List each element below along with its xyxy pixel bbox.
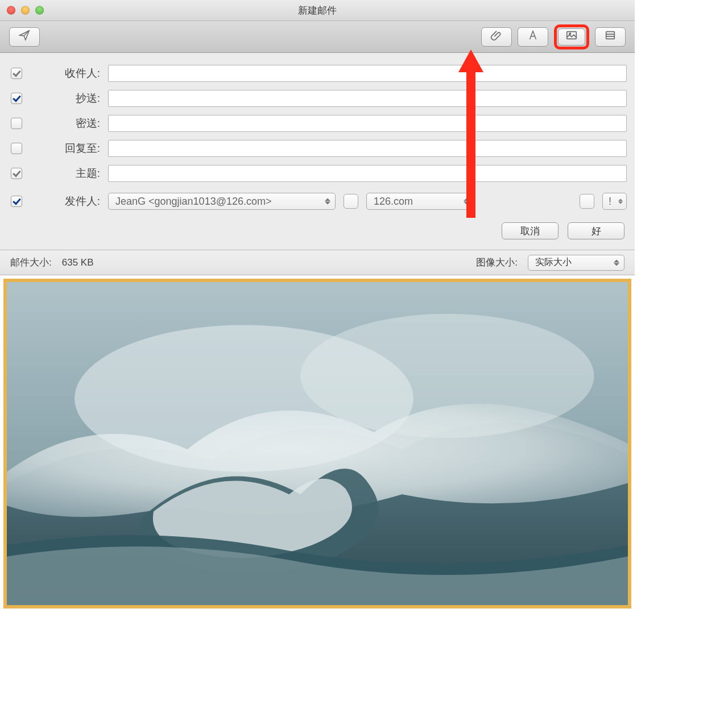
ok-button[interactable]: 好 — [568, 222, 624, 239]
toolbar — [0, 21, 635, 53]
signature-checkbox[interactable] — [344, 194, 358, 209]
priority-select[interactable]: ! — [602, 193, 627, 210]
minimize-window-button[interactable] — [21, 6, 30, 15]
svg-point-6 — [300, 314, 594, 438]
cc-label: 抄送: — [33, 91, 100, 106]
attach-button[interactable] — [481, 27, 512, 47]
close-window-button[interactable] — [7, 6, 15, 15]
priority-value: ! — [609, 196, 611, 208]
stationery-icon — [604, 29, 617, 44]
message-body[interactable] — [0, 275, 635, 612]
reply-to-row: 回复至: — [8, 136, 627, 161]
image-icon — [565, 29, 578, 44]
from-account-select[interactable]: JeanG <gongjian1013@126.com> — [108, 193, 336, 210]
fonts-button[interactable] — [518, 27, 548, 47]
cc-visible-checkbox[interactable] — [11, 93, 22, 104]
zoom-window-button[interactable] — [35, 6, 44, 15]
window-title: 新建邮件 — [298, 4, 337, 17]
bcc-row: 密送: — [8, 111, 627, 136]
to-input[interactable] — [108, 65, 627, 82]
size-bar: 邮件大小: 635 KB 图像大小: 实际大小 — [0, 250, 635, 275]
mail-size-label: 邮件大小: — [10, 256, 52, 269]
smtp-server-value: 126.com — [374, 196, 413, 208]
cc-row: 抄送: — [8, 86, 627, 111]
priority-checkbox[interactable] — [580, 194, 594, 209]
to-label: 收件人: — [33, 66, 100, 81]
header-fields-panel: 收件人: 抄送: 密送: 回复至: 主题: 发件人: Jea — [0, 53, 635, 250]
stationery-button[interactable] — [595, 27, 626, 47]
subject-row: 主题: — [8, 161, 627, 186]
dialog-buttons: 取消 好 — [8, 222, 627, 239]
from-visible-checkbox[interactable] — [11, 196, 22, 207]
image-size-label: 图像大小: — [476, 256, 518, 269]
cc-input[interactable] — [108, 90, 627, 107]
bcc-label: 密送: — [33, 116, 100, 131]
titlebar: 新建邮件 — [0, 0, 635, 21]
svg-rect-0 — [567, 32, 577, 39]
cancel-button[interactable]: 取消 — [502, 222, 559, 239]
mail-size-value: 635 KB — [62, 257, 94, 268]
svg-rect-2 — [606, 32, 615, 39]
paperclip-icon — [490, 29, 503, 44]
reply-to-input[interactable] — [108, 140, 627, 157]
paper-plane-icon — [18, 29, 31, 44]
reply-to-label: 回复至: — [33, 141, 100, 156]
from-account-value: JeanG <gongjian1013@126.com> — [115, 196, 271, 208]
annotation-highlight — [554, 24, 589, 49]
subject-input[interactable] — [108, 165, 627, 182]
image-size-select[interactable]: 实际大小 — [528, 255, 624, 271]
to-visible-checkbox[interactable] — [11, 68, 22, 79]
compose-window: 新建邮件 — [0, 0, 635, 612]
to-row: 收件人: — [8, 61, 627, 86]
image-size-value: 实际大小 — [535, 256, 572, 268]
svg-point-1 — [569, 33, 571, 35]
from-row: 发件人: JeanG <gongjian1013@126.com> 126.co… — [8, 188, 627, 214]
send-button[interactable] — [9, 27, 40, 47]
bcc-visible-checkbox[interactable] — [11, 118, 22, 129]
reply-to-visible-checkbox[interactable] — [11, 143, 22, 154]
photo-browser-button[interactable] — [558, 28, 585, 45]
font-icon — [527, 29, 539, 44]
smtp-server-select[interactable]: 126.com — [366, 193, 474, 210]
inserted-image[interactable] — [3, 279, 631, 608]
bcc-input[interactable] — [108, 115, 627, 132]
traffic-lights — [7, 6, 44, 15]
subject-visible-checkbox[interactable] — [11, 168, 22, 179]
from-label: 发件人: — [33, 194, 100, 209]
subject-label: 主题: — [33, 166, 100, 181]
